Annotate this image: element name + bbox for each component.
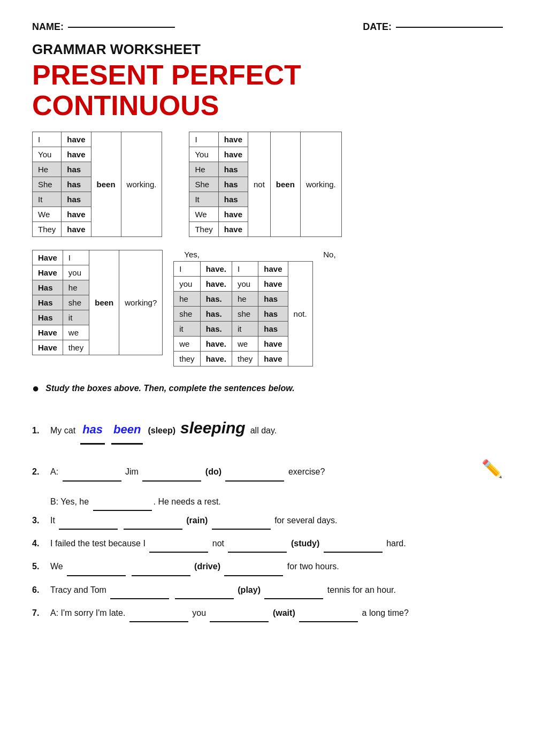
- ex5-blank1: [67, 575, 126, 576]
- worksheet-subtitle: PRESENT PERFECT CONTINUOUS: [32, 60, 503, 121]
- no-label: No,: [291, 250, 335, 259]
- ex1-verb-hint: (sleep): [148, 421, 175, 440]
- question-table: Have I been working? Have you Has he Has…: [32, 250, 163, 355]
- pencil-icon: ✏️: [482, 450, 503, 487]
- date-label: DATE:: [363, 21, 392, 33]
- ex2-blank3: [225, 480, 284, 482]
- been-cell: been: [91, 132, 121, 237]
- ex3-blank3: [212, 529, 271, 530]
- exercise-7: 7. A: I'm sorry I'm late. you (wait) a l…: [32, 604, 503, 622]
- pronoun-cell: I: [33, 132, 62, 147]
- top-tables-section: I have been working. You have He has She…: [32, 132, 503, 237]
- yes-no-header: Yes, No,: [173, 250, 503, 259]
- ex1-ans2: been: [111, 417, 143, 444]
- subtitle-line1: PRESENT PERFECT: [32, 59, 301, 90]
- exercise-3: 3. It (rain) for several days.: [32, 511, 503, 530]
- ex2-line2: B: Yes, he . He needs a rest.: [50, 492, 503, 511]
- study-instruction: ● Study the boxes above. Then, complete …: [32, 381, 503, 395]
- date-field: DATE:: [363, 21, 503, 33]
- name-line: [68, 27, 175, 28]
- ex1-before: My cat: [50, 421, 75, 440]
- ex2-line1: 2. A: Jim (do) exercise? ✏️: [32, 450, 503, 487]
- yes-no-table: I have. I have not. you have. you have h…: [173, 261, 312, 366]
- ex7-blank2: [210, 621, 269, 622]
- ex3-blank2: [124, 529, 182, 530]
- lower-section: Have I been working? Have you Has he Has…: [32, 250, 503, 366]
- ex4-blank3: [324, 552, 383, 553]
- header-row: NAME: DATE:: [32, 21, 503, 33]
- ex6-blank1: [110, 598, 169, 599]
- date-line: [396, 27, 503, 28]
- instruction-text: Study the boxes above. Then, complete th…: [45, 384, 294, 393]
- worksheet-title: GRAMMAR WORKSHEET: [32, 41, 503, 58]
- exercise-4: 4. I failed the test because I not (stud…: [32, 534, 503, 553]
- ex1-after: all day.: [250, 421, 277, 440]
- name-label: NAME:: [32, 21, 64, 33]
- not-cell: not: [248, 132, 271, 237]
- ex2-blank1: [63, 480, 121, 482]
- table-row: I have not been working.: [189, 132, 341, 147]
- ex1-ans3: sleeping: [180, 410, 246, 446]
- subtitle-line2: CONTINUOUS: [32, 90, 219, 121]
- name-field: NAME:: [32, 21, 175, 33]
- yes-label: Yes,: [173, 250, 291, 259]
- ex1-num: 1.: [32, 421, 47, 440]
- ex4-blank2: [228, 552, 287, 553]
- exercises-section: 1. My cat has been (sleep) sleeping all …: [32, 410, 503, 622]
- ex7-blank3: [299, 621, 358, 622]
- ex2-blank2: [142, 480, 201, 482]
- exercise-5: 5. We (drive) for two hours.: [32, 557, 503, 576]
- affirmative-table: I have been working. You have He has She…: [32, 132, 162, 237]
- working-cell: working.: [121, 132, 162, 237]
- exercise-2: 2. A: Jim (do) exercise? ✏️ B: Yes, he .…: [32, 450, 503, 511]
- table-row: I have. I have not.: [174, 262, 312, 277]
- answer-section: Yes, No, I have. I have not. you have. y…: [173, 250, 503, 366]
- ex1-ans1: has: [80, 417, 105, 444]
- ex7-blank1: [129, 621, 188, 622]
- bullet-icon: ●: [32, 381, 39, 395]
- aux-cell: have: [62, 132, 91, 147]
- exercise-1: 1. My cat has been (sleep) sleeping all …: [32, 410, 503, 446]
- ex4-blank1: [149, 552, 208, 553]
- ex5-blank3: [224, 575, 283, 576]
- ex3-blank1: [59, 529, 118, 530]
- question-table-wrap: Have I been working? Have you Has he Has…: [32, 250, 163, 355]
- ex5-blank2: [132, 575, 190, 576]
- table-row: I have been working.: [33, 132, 162, 147]
- negative-table: I have not been working. You have He has…: [189, 132, 341, 237]
- table-row: Have I been working?: [33, 250, 163, 265]
- exercise-6: 6. Tracy and Tom (play) tennis for an ho…: [32, 581, 503, 599]
- ex6-blank2: [175, 598, 234, 599]
- ex6-blank3: [264, 598, 323, 599]
